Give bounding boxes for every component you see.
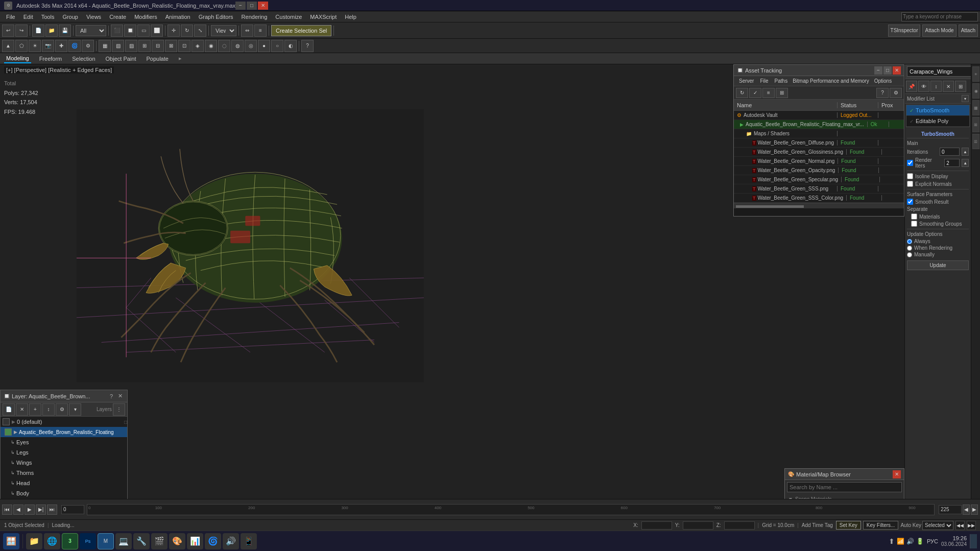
render-iters-input[interactable]	[944, 159, 960, 167]
tray-battery[interactable]: 🔋	[916, 538, 924, 545]
layer-move-button[interactable]: ↕	[42, 403, 55, 416]
layer-visibility-box-2[interactable]	[5, 428, 12, 436]
taskbar-app-8[interactable]: 🎬	[151, 533, 168, 549]
materials-checkbox[interactable]	[911, 213, 917, 220]
at-menu-file[interactable]: File	[757, 78, 771, 84]
at-menu-bitmap[interactable]: Bitmap Performance and Memory	[791, 78, 871, 84]
modifier7-button[interactable]: ⊡	[178, 40, 190, 52]
iterations-up-button[interactable]: ▲	[962, 148, 969, 156]
taskbar-app-3dsmax[interactable]: 3	[62, 533, 78, 549]
layer-item-default[interactable]: ▶ 0 (default) □	[1, 417, 127, 427]
taskbar-browser-1[interactable]: 🌐	[44, 533, 60, 549]
at-view-button[interactable]: ≡	[762, 88, 775, 98]
go-end-button[interactable]: ⏭	[47, 505, 57, 515]
window-controls[interactable]: − □ ✕	[235, 2, 268, 10]
layer-add-object-button[interactable]: +	[29, 403, 41, 416]
set-key-button[interactable]: Set Key	[836, 521, 861, 530]
taskbar-file-explorer[interactable]: 📁	[26, 533, 42, 549]
system-create-button[interactable]: ⚙	[82, 40, 94, 52]
mod-show-button[interactable]: 👁	[918, 81, 929, 92]
modifier2-button[interactable]: ▧	[112, 40, 124, 52]
x-coord-input[interactable]	[641, 521, 672, 530]
mb-titlebar[interactable]: 🎨 Material/Map Browser ✕	[785, 469, 904, 480]
at-row-sss-color[interactable]: T Water_Beetle_Green_SSS_Color.png Found	[734, 194, 904, 203]
modifier9-button[interactable]: ◉	[205, 40, 217, 52]
taskbar-app-12[interactable]: 🔊	[223, 533, 239, 549]
modifier1-button[interactable]: ▦	[99, 40, 111, 52]
layer-item-head[interactable]: ↳ Head	[1, 478, 127, 488]
tab-populate[interactable]: Populate	[144, 55, 170, 63]
mod-list-expand-button[interactable]: ▾	[962, 95, 969, 102]
more-tabs-button[interactable]: ▸	[179, 55, 182, 62]
render-iters-checkbox[interactable]	[907, 160, 913, 166]
mod-stack-editpoly[interactable]: ✓ Editable Poly	[906, 116, 969, 127]
smooth-result-checkbox[interactable]	[907, 199, 913, 205]
taskbar-app-6[interactable]: 💻	[115, 533, 132, 549]
select-by-name-button[interactable]: 🔲	[124, 25, 136, 37]
at-row-normal[interactable]: T Water_Beetle_Green_Normal.png Found	[734, 157, 904, 166]
taskbar-app-9[interactable]: 🎨	[169, 533, 185, 549]
layer-options-button[interactable]: ⚙	[56, 403, 68, 416]
menu-modifiers[interactable]: Modifiers	[130, 13, 161, 21]
light-create-button[interactable]: ☀	[29, 40, 41, 52]
create-selection-button[interactable]: Create Selection Sel	[271, 25, 331, 36]
menu-help[interactable]: Help	[341, 13, 361, 21]
modifier5-button[interactable]: ⊟	[152, 40, 164, 52]
modifier4-button[interactable]: ⊞	[138, 40, 151, 52]
spacewarp-create-button[interactable]: 🌀	[68, 40, 81, 52]
taskbar-active-3dsmax[interactable]: M	[98, 533, 114, 549]
timeline-track[interactable]: 0 100 200 300 400 500 600 700 800 900	[87, 504, 935, 515]
menu-views[interactable]: Views	[82, 13, 105, 21]
layers-extra-btn[interactable]: ⋮	[113, 403, 125, 416]
show-desktop-button[interactable]	[970, 534, 977, 548]
at-col-status-header[interactable]: Status	[838, 102, 878, 108]
y-coord-input[interactable]	[683, 521, 713, 530]
camera-create-button[interactable]: 📷	[42, 40, 54, 52]
layer-delete-button[interactable]: ✕	[16, 403, 28, 416]
at-row-diffuse[interactable]: T Water_Beetle_Green_Diffuse.png Found	[734, 138, 904, 148]
redo-button[interactable]: ↪	[15, 25, 28, 37]
tray-volume[interactable]: 🔊	[906, 538, 914, 545]
tab-modeling[interactable]: Modeling	[4, 54, 31, 63]
mod-stack-turbosmooth[interactable]: ✓ TurboSmooth	[906, 105, 969, 116]
tab-object-paint[interactable]: Object Paint	[104, 55, 138, 63]
modifier6-button[interactable]: ⊠	[165, 40, 177, 52]
mb-search-input[interactable]	[787, 482, 902, 492]
layer-item-legs[interactable]: ↳ Legs	[1, 447, 127, 458]
menu-animation[interactable]: Animation	[161, 13, 195, 21]
layer-panel-header[interactable]: 🔲 Layer: Aquatic_Beetle_Brown... ? ✕	[1, 390, 127, 402]
next-key-button[interactable]: ▶▶	[967, 521, 976, 530]
total-frames-input[interactable]	[939, 505, 962, 514]
modifier3-button[interactable]: ▨	[125, 40, 137, 52]
at-row-glossiness[interactable]: T Water_Beetle_Green_Glossiness.png Foun…	[734, 148, 904, 157]
helper-create-button[interactable]: ✚	[55, 40, 67, 52]
window-crossing-button[interactable]: ⬜	[151, 25, 163, 37]
menu-graph-editors[interactable]: Graph Editors	[195, 13, 237, 21]
selection-filter-dropdown[interactable]: All	[76, 25, 106, 36]
open-button[interactable]: 📁	[45, 25, 58, 37]
rect-select-button[interactable]: ▭	[137, 25, 150, 37]
mod-pin-button[interactable]: 📌	[906, 81, 917, 92]
menu-maxscript[interactable]: MAXScript	[306, 13, 341, 21]
modifier13-button[interactable]: ●	[258, 40, 270, 52]
layer-panel-close-button[interactable]: ✕	[116, 393, 124, 399]
layer-item-thorns[interactable]: ↳ Thorns	[1, 468, 127, 478]
attach-mode-button[interactable]: Attach Mode	[922, 25, 956, 37]
frame-input[interactable]	[61, 505, 84, 514]
prev-key-button[interactable]: ◀◀	[955, 521, 965, 530]
minimize-button[interactable]: −	[235, 2, 246, 10]
far-right-icon-5[interactable]: ⊟	[972, 134, 979, 149]
taskbar-photoshop[interactable]: Ps	[80, 533, 96, 549]
at-row-opacity[interactable]: T Water_Beetle_Green_Opacity.png Found	[734, 166, 904, 175]
render-iters-up-button[interactable]: ▲	[962, 159, 969, 167]
layer-item-eyes[interactable]: ↳ Eyes	[1, 437, 127, 447]
select-object-button[interactable]: ⬛	[111, 25, 123, 37]
move-button[interactable]: ✛	[168, 25, 180, 37]
mod-delete-button[interactable]: ✕	[943, 81, 954, 92]
at-help-button[interactable]: ?	[876, 88, 889, 98]
when-rendering-radio[interactable]	[907, 246, 912, 251]
key-filters-button[interactable]: Key Filters...	[863, 521, 899, 530]
undo-button[interactable]: ↩	[2, 25, 14, 37]
tray-wifi[interactable]: 📶	[897, 538, 904, 545]
scale-button[interactable]: ⤡	[194, 25, 206, 37]
